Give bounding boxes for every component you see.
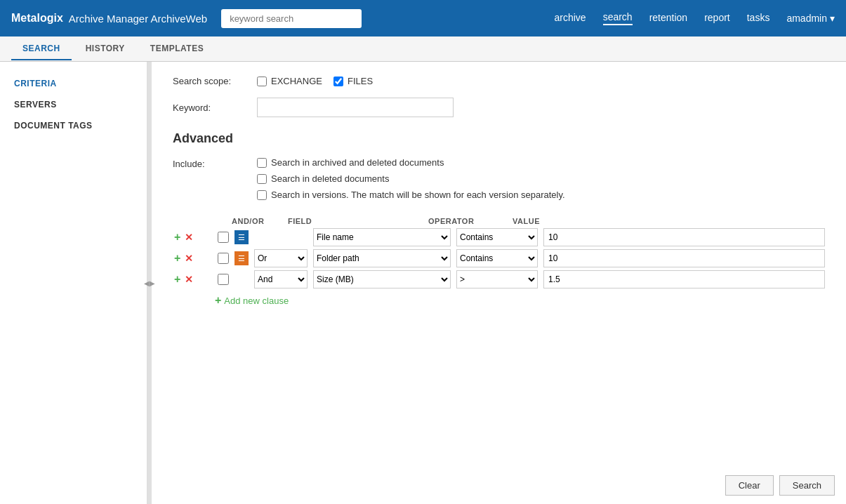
include-deleted-checkbox[interactable] (257, 174, 267, 184)
footer-buttons: Clear Search (714, 467, 846, 504)
sidebar-item-servers[interactable]: SERVERS (0, 94, 147, 115)
keyword-row: Keyword: (173, 98, 825, 117)
clause-remove-btn-2[interactable]: ✕ (183, 253, 194, 264)
clause-field-select-1[interactable]: File name Folder path Size (MB) (313, 228, 451, 246)
sidebar: CRITERIA SERVERS DOCUMENT TAGS (0, 62, 147, 504)
include-archived-deleted[interactable]: Search in archived and deleted documents (257, 157, 565, 168)
nav-amadmin[interactable]: amadmin ▾ (786, 13, 835, 24)
tab-history[interactable]: HISTORY (74, 38, 136, 60)
clause-remove-btn-1[interactable]: ✕ (183, 232, 194, 243)
header-value: VALUE (513, 217, 825, 225)
clause-checkbox-1[interactable] (218, 232, 229, 243)
main-layout: CRITERIA SERVERS DOCUMENT TAGS ◀▶ Search… (0, 62, 846, 504)
include-versions-checkbox[interactable] (257, 190, 267, 200)
clause-handle-1[interactable]: ☰ (234, 230, 249, 244)
tabs-bar: SEARCH HISTORY TEMPLATES (0, 37, 846, 62)
sidebar-item-document-tags[interactable]: DOCUMENT TAGS (0, 115, 147, 136)
nav-tasks[interactable]: tasks (747, 12, 770, 25)
clause-operator-select-1[interactable]: Contains Does not contain = > < (456, 228, 538, 246)
include-options: Search in archived and deleted documents… (257, 157, 565, 200)
clause-handle-2[interactable]: ☰ (234, 251, 249, 265)
clause-actions-3: + ✕ (173, 273, 215, 286)
chevron-down-icon: ▾ (830, 13, 835, 24)
files-label: FILES (348, 76, 373, 86)
header-operator: OPERATOR (428, 217, 510, 225)
brand-title: Archive Manager ArchiveWeb (69, 13, 207, 25)
add-clause-link[interactable]: + Add new clause (215, 294, 825, 307)
nav-archive[interactable]: archive (554, 12, 586, 25)
search-scope-label: Search scope: (173, 76, 257, 86)
tab-templates[interactable]: TEMPLATES (139, 38, 215, 60)
header-andor: AND/OR (232, 217, 285, 225)
advanced-title: Advanced (173, 131, 825, 146)
exchange-checkbox[interactable] (257, 77, 267, 86)
clause-value-input-2[interactable] (543, 249, 825, 267)
nav-retention[interactable]: retention (649, 12, 687, 25)
clause-value-input-3[interactable] (543, 270, 825, 289)
search-scope-row: Search scope: EXCHANGE FILES (173, 76, 825, 86)
add-clause-plus-icon: + (215, 294, 221, 307)
include-versions-label: Search in versions. The match will be sh… (271, 190, 565, 200)
clauses-header: AND/OR FIELD OPERATOR VALUE (232, 217, 825, 225)
add-clause-label: Add new clause (224, 296, 289, 306)
sidebar-item-criteria[interactable]: CRITERIA (0, 73, 147, 94)
clause-operator-select-2[interactable]: Contains Does not contain = > < (456, 249, 538, 267)
header-search-input[interactable] (221, 9, 362, 28)
clause-remove-btn-3[interactable]: ✕ (183, 274, 194, 285)
clause-add-btn-1[interactable]: + (173, 231, 182, 244)
clause-handle-placeholder-3 (234, 272, 249, 286)
search-scope-controls: EXCHANGE FILES (257, 76, 373, 86)
clause-handle-icon-2: ☰ (238, 254, 245, 263)
clear-button[interactable]: Clear (725, 475, 774, 496)
include-archived-deleted-label: Search in archived and deleted documents (271, 157, 444, 168)
header: Metalogix Archive Manager ArchiveWeb arc… (0, 0, 846, 37)
clause-andor-select-3[interactable]: And Or (254, 270, 308, 289)
include-label: Include: (173, 157, 257, 169)
include-deleted[interactable]: Search in deleted documents (257, 173, 565, 184)
header-nav: archive search retention report tasks am… (554, 11, 835, 25)
clause-field-select-2[interactable]: File name Folder path Size (MB) (313, 249, 451, 267)
content-area: Search scope: EXCHANGE FILES Keyword: Ad… (152, 62, 846, 504)
brand-logo: Metalogix (11, 12, 63, 25)
clause-actions-2: + ✕ (173, 252, 215, 265)
clause-add-btn-2[interactable]: + (173, 252, 182, 265)
tab-search[interactable]: SEARCH (11, 38, 72, 60)
clause-checkbox-3[interactable] (218, 274, 229, 285)
clause-row-3: + ✕ And Or File name Folder path Size (M… (173, 270, 825, 289)
include-deleted-label: Search in deleted documents (271, 173, 389, 184)
nav-search[interactable]: search (603, 11, 633, 25)
clause-field-select-3[interactable]: File name Folder path Size (MB) (313, 270, 451, 289)
clause-checkbox-2[interactable] (218, 253, 229, 264)
brand: Metalogix Archive Manager ArchiveWeb (11, 12, 207, 25)
keyword-label: Keyword: (173, 102, 257, 113)
keyword-input[interactable] (257, 98, 454, 117)
include-row: Include: Search in archived and deleted … (173, 157, 825, 200)
include-versions[interactable]: Search in versions. The match will be sh… (257, 190, 565, 200)
clause-add-btn-3[interactable]: + (173, 273, 182, 286)
clause-value-input-1[interactable] (543, 228, 825, 246)
clause-row-1: + ✕ ☰ File name Folder path Size (MB) Co… (173, 228, 825, 246)
search-button[interactable]: Search (779, 475, 835, 496)
include-archived-deleted-checkbox[interactable] (257, 158, 267, 168)
header-field: FIELD (288, 217, 425, 225)
exchange-checkbox-label[interactable]: EXCHANGE (257, 76, 322, 86)
files-checkbox-label[interactable]: FILES (333, 76, 373, 86)
clause-handle-icon-1: ☰ (238, 233, 245, 242)
clauses-section: AND/OR FIELD OPERATOR VALUE + ✕ ☰ File n… (173, 217, 825, 307)
nav-report[interactable]: report (704, 12, 730, 25)
files-checkbox[interactable] (333, 77, 343, 86)
clause-operator-select-3[interactable]: Contains Does not contain = > < (456, 270, 538, 289)
exchange-label: EXCHANGE (271, 76, 322, 86)
clause-row-2: + ✕ ☰ And Or File name Folder path Size … (173, 249, 825, 267)
clause-actions-1: + ✕ (173, 231, 215, 244)
clause-andor-select-2[interactable]: And Or (254, 249, 308, 267)
